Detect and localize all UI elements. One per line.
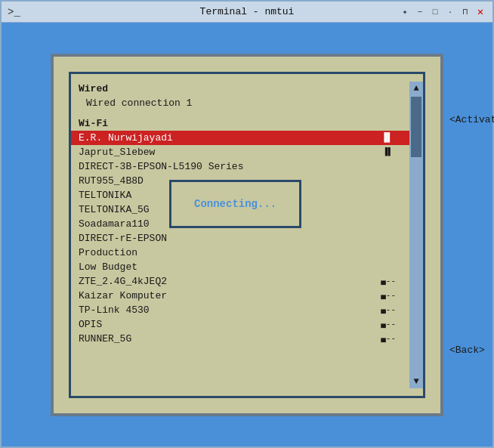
network-name: Production bbox=[71, 246, 409, 260]
connecting-text: Connecting... bbox=[194, 198, 276, 210]
list-item[interactable]: OPIS ▄-- bbox=[71, 317, 409, 332]
network-name: TP-Link 4530 bbox=[71, 303, 409, 317]
list-item[interactable]: DIRECT-3B-EPSON-L5190 Series bbox=[71, 159, 409, 174]
close-button[interactable]: ✕ bbox=[474, 6, 486, 18]
list-item[interactable]: Production bbox=[71, 246, 409, 260]
nmtui-container: Wired Wired connection 1 Wi-Fi E.R. Nurw… bbox=[51, 54, 443, 416]
list-item[interactable]: ZTE_2.4G_4kJEQ2 ▄-- bbox=[71, 274, 409, 289]
window-title: Terminal - nmtui bbox=[200, 6, 295, 17]
window-controls: ✦ − □ · ⊓ ✕ bbox=[399, 6, 486, 18]
dot-button: · bbox=[444, 6, 456, 18]
network-name: Low Budget bbox=[71, 260, 409, 274]
scroll-up-arrow[interactable]: ▲ bbox=[409, 82, 423, 95]
network-name: RUNNER_5G bbox=[71, 332, 409, 346]
network-name: DIRECT-rE-EPSON bbox=[71, 231, 409, 246]
list-item[interactable]: RUNNER_5G ▄-- bbox=[71, 332, 409, 346]
wired-section-label: Wired bbox=[71, 82, 409, 96]
list-item[interactable]: Low Budget bbox=[71, 260, 409, 274]
wifi-section-label: Wi-Fi bbox=[71, 116, 409, 131]
minimize-icon[interactable]: ✦ bbox=[399, 6, 411, 18]
maximize-button[interactable]: □ bbox=[429, 6, 441, 18]
list-item[interactable]: Japrut_Slebew ▐▌ bbox=[71, 145, 409, 159]
scroll-thumb[interactable] bbox=[411, 97, 421, 157]
minimize-button[interactable]: − bbox=[414, 6, 426, 18]
window-body: Wired Wired connection 1 Wi-Fi E.R. Nurw… bbox=[2, 23, 492, 446]
scroll-down-arrow[interactable]: ▼ bbox=[409, 375, 423, 388]
activate-button[interactable]: <Activate> bbox=[449, 114, 494, 125]
title-bar: >_ Terminal - nmtui ✦ − □ · ⊓ ✕ bbox=[2, 2, 492, 23]
network-item-selected[interactable]: E.R. Nurwijayadi ▐▌ bbox=[71, 131, 409, 145]
network-name-selected: E.R. Nurwijayadi bbox=[71, 131, 409, 145]
network-name: Japrut_Slebew bbox=[71, 145, 409, 159]
restore-button[interactable]: ⊓ bbox=[459, 6, 471, 18]
wired-connection-item[interactable]: Wired connection 1 bbox=[71, 96, 409, 110]
network-name: DIRECT-3B-EPSON-L5190 Series bbox=[71, 159, 409, 174]
network-list: Wired Wired connection 1 Wi-Fi E.R. Nurw… bbox=[71, 82, 409, 388]
network-name: OPIS bbox=[71, 317, 409, 332]
network-name: ZTE_2.4G_4kJEQ2 bbox=[71, 274, 409, 289]
network-name: Kaizar Komputer bbox=[71, 289, 409, 303]
scrollbar[interactable]: ▲ ▼ bbox=[409, 82, 423, 388]
back-button[interactable]: <Back> bbox=[449, 344, 494, 356]
connecting-dialog: Connecting... bbox=[169, 180, 301, 228]
nmtui-inner: Wired Wired connection 1 Wi-Fi E.R. Nurw… bbox=[69, 72, 425, 398]
terminal-window: >_ Terminal - nmtui ✦ − □ · ⊓ ✕ Wired Wi… bbox=[0, 0, 494, 448]
terminal-icon: >_ bbox=[8, 6, 20, 18]
list-item[interactable]: Kaizar Komputer ▄-- bbox=[71, 289, 409, 303]
list-item[interactable]: TP-Link 4530 ▄-- bbox=[71, 303, 409, 317]
list-item[interactable]: DIRECT-rE-EPSON bbox=[71, 231, 409, 246]
